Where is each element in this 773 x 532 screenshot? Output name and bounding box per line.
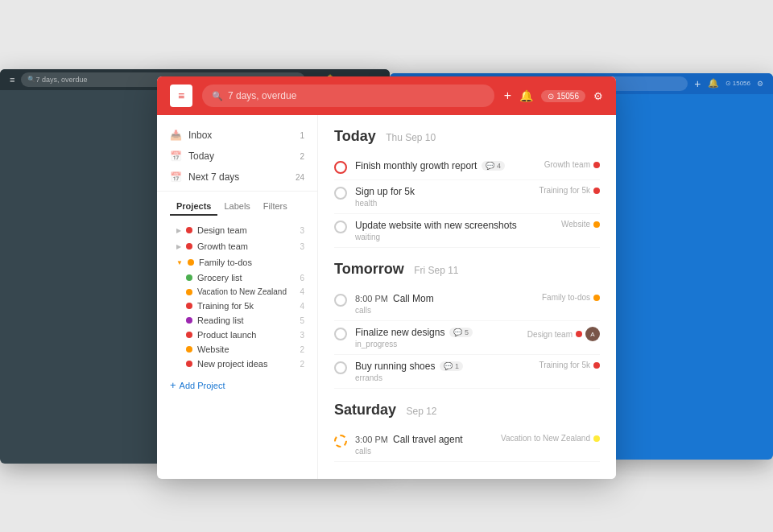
task-finalize-designs[interactable]: Finalize new designs 💬 5 in_progress Des… [334,321,600,355]
sub-product-launch[interactable]: Product launch 3 [157,328,317,342]
task-update-website-checkbox[interactable] [334,221,347,233]
task-call-mom-text: 8:00 PM Call Mom calls [355,293,534,315]
task-call-mom[interactable]: 8:00 PM Call Mom calls Family to-dos [334,287,600,321]
family-todos-label: Family to-dos [199,258,252,267]
sub-vacation[interactable]: Vacation to New Zealand 4 [157,285,317,299]
design-team-label: Design team [197,225,247,235]
today-title: Today [334,128,376,144]
task-travel-agent-meta: Vacation to New Zealand [501,434,600,443]
task-finalize-designs-avatar: A [585,327,600,341]
saturday-title: Saturday [334,402,396,418]
reading-list-count: 5 [300,316,304,325]
today-section-header: Today Thu Sep 10 [334,128,600,145]
sidebar-today[interactable]: 📅 Today 2 [157,146,317,167]
main-body: 📥 Inbox 1 📅 Today 2 📅 Next 7 days 24 Pro… [157,115,616,479]
design-team-count: 3 [300,226,304,235]
sidebar-next7-count: 24 [296,173,304,182]
task-signup-5k-subtitle: health [355,199,531,208]
training-count: 4 [300,302,304,311]
task-call-mom-checkbox[interactable] [334,294,347,307]
main-logo: ≡ [170,85,192,107]
vacation-dot [186,289,192,295]
training-dot [186,303,192,309]
saturday-date: Sep 12 [406,406,436,417]
website-dot [186,346,192,353]
task-buy-shoes-checkbox[interactable] [334,361,347,374]
project-design-team[interactable]: ▶ Design team 3 [157,222,317,238]
stack2-plus-icon: + [694,77,701,90]
task-growth-report-title: Finish monthly growth report 💬 4 [355,160,536,171]
task-buy-shoes-subtitle: errands [355,373,531,382]
tomorrow-title: Tomorrow [334,261,404,277]
main-search-icon: 🔍 [212,91,223,101]
grocery-list-label: Grocery list [197,273,242,282]
sub-new-project-ideas[interactable]: New project ideas 2 [157,357,317,371]
task-buy-shoes-title: Buy running shoes 💬 1 [355,361,531,372]
sidebar-inbox[interactable]: 📥 Inbox 1 [157,125,317,146]
main-plus-icon[interactable]: + [504,89,511,103]
task-travel-agent-text: 3:00 PM Call travel agent calls [355,434,493,456]
sub-reading-list[interactable]: Reading list 5 [157,313,317,328]
sub-grocery-list[interactable]: Grocery list 6 [157,270,317,285]
family-todos-dot [188,259,194,266]
task-call-mom-title: 8:00 PM Call Mom [355,293,534,304]
task-signup-5k-checkbox[interactable] [334,187,347,200]
sub-training[interactable]: Training for 5k 4 [157,299,317,313]
task-signup-5k-title: Sign up for 5k [355,186,531,197]
main-header-actions: + 🔔 ⊙ 15056 ⚙ [504,89,603,103]
today-icon: 📅 [170,151,182,162]
main-bell-icon[interactable]: 🔔 [519,89,533,102]
task-buy-shoes-text: Buy running shoes 💬 1 errands [355,361,531,382]
task-finalize-designs-subtitle: in_progress [355,340,519,348]
add-project-button[interactable]: + Add Project [157,374,317,396]
main-search-bar[interactable]: 🔍 7 days, overdue [202,85,494,107]
task-growth-report[interactable]: Finish monthly growth report 💬 4 Growth … [334,155,600,180]
product-launch-label: Product launch [197,330,256,340]
task-finalize-designs-dot [576,331,582,337]
project-family-todos[interactable]: ▼ Family to-dos [157,254,317,270]
task-call-mom-dot [593,295,600,301]
sidebar-next7[interactable]: 📅 Next 7 days 24 [157,167,317,188]
main-gear-icon[interactable]: ⚙ [593,90,603,102]
task-growth-report-dot [593,162,600,168]
project-growth-team[interactable]: ▶ Growth team 3 [157,238,317,254]
today-date: Thu Sep 10 [386,132,436,143]
tab-projects[interactable]: Projects [170,198,217,216]
task-travel-agent[interactable]: 3:00 PM Call travel agent calls Vacation… [334,428,600,462]
task-call-mom-subtitle: calls [355,306,534,315]
growth-team-count: 3 [300,242,304,251]
task-update-website-dot [593,221,600,228]
task-buy-shoes[interactable]: Buy running shoes 💬 1 errands Training f… [334,355,600,389]
main-content: Today Thu Sep 10 Finish monthly growth r… [318,115,616,479]
task-update-website-text: Update website with new screenshots wait… [355,220,553,241]
stack2-gear: ⚙ [757,80,763,88]
sidebar-divider [157,191,317,192]
spacer2 [334,389,600,402]
website-label: Website [197,344,229,354]
sidebar-inbox-label: Inbox [188,130,212,141]
task-travel-agent-subtitle: calls [355,447,493,456]
add-project-plus-icon: + [170,379,176,391]
task-finalize-designs-checkbox[interactable] [334,328,347,340]
main-sidebar: 📥 Inbox 1 📅 Today 2 📅 Next 7 days 24 Pro… [157,115,318,479]
new-ideas-label: New project ideas [197,359,267,369]
tab-labels[interactable]: Labels [217,198,256,216]
task-signup-5k-meta: Training for 5k [539,186,600,195]
vacation-label: Vacation to New Zealand [197,287,287,296]
next7-icon: 📅 [170,171,182,183]
sub-website[interactable]: Website 2 [157,342,317,357]
task-travel-agent-checkbox[interactable] [334,435,347,447]
grocery-list-dot [186,274,192,281]
task-update-website[interactable]: Update website with new screenshots wait… [334,214,600,248]
tab-filters[interactable]: Filters [257,198,294,216]
main-score: 15056 [556,92,579,101]
reading-list-dot [186,317,192,324]
add-project-label: Add Project [180,381,225,390]
task-finalize-designs-text: Finalize new designs 💬 5 in_progress [355,327,519,348]
task-signup-5k-dot [593,188,600,194]
task-growth-report-checkbox[interactable] [334,161,347,174]
task-signup-5k[interactable]: Sign up for 5k health Training for 5k [334,180,600,214]
task-signup-5k-text: Sign up for 5k health [355,186,531,208]
spacer1 [334,248,600,261]
stack1-search-text: 7 days, overdue [35,76,87,84]
